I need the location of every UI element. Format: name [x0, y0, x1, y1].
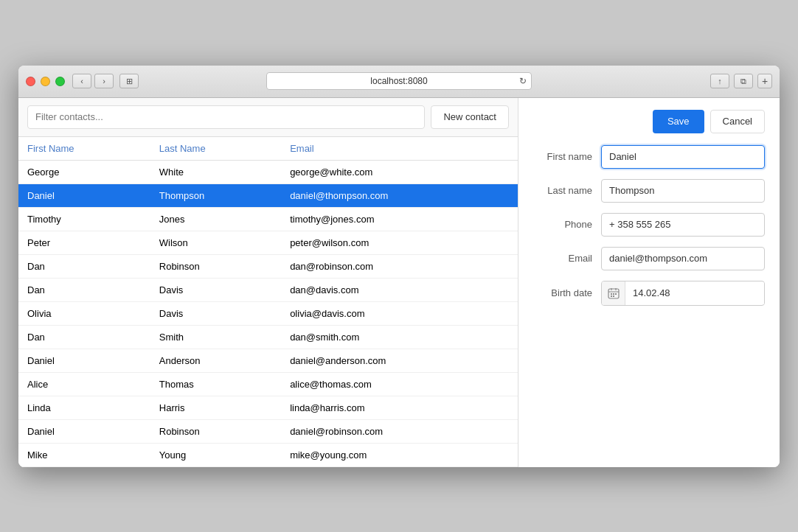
- cell-last-name: Thompson: [150, 183, 281, 207]
- cell-email: daniel@robinson.com: [281, 419, 518, 443]
- contacts-table: First Name Last Name Email George White …: [18, 137, 518, 467]
- back-button[interactable]: ‹: [72, 74, 91, 88]
- cell-first-name: Dan: [18, 254, 150, 278]
- back-icon: ‹: [80, 77, 83, 85]
- last-name-label: Last name: [533, 185, 592, 196]
- email-label: Email: [533, 253, 592, 264]
- cell-first-name: Peter: [18, 231, 150, 254]
- phone-row: Phone: [533, 213, 765, 237]
- birth-date-field: [601, 281, 765, 306]
- cell-first-name: Dan: [18, 325, 150, 349]
- cell-last-name: Thomas: [150, 372, 281, 396]
- refresh-button[interactable]: ↻: [519, 76, 527, 86]
- birth-date-row: Birth date: [533, 281, 765, 306]
- table-row[interactable]: Timothy Jones timothy@jones.com: [18, 207, 518, 231]
- cell-last-name: Anderson: [150, 349, 281, 372]
- cell-first-name: Daniel: [18, 419, 150, 443]
- url-text: localhost:8080: [370, 76, 427, 86]
- cell-last-name: Wilson: [150, 231, 281, 254]
- cancel-button[interactable]: Cancel: [710, 110, 765, 133]
- cell-first-name: Daniel: [18, 349, 150, 372]
- cell-first-name: Dan: [18, 278, 150, 301]
- cell-first-name: Timothy: [18, 207, 150, 231]
- calendar-icon[interactable]: [602, 281, 625, 305]
- minimize-button[interactable]: [41, 77, 50, 86]
- traffic-lights: [26, 77, 65, 86]
- layout-button[interactable]: ⊞: [119, 74, 139, 88]
- col-header-last-name: Last Name: [150, 137, 281, 161]
- cell-email: daniel@anderson.com: [281, 349, 518, 372]
- filter-input[interactable]: [27, 105, 425, 129]
- cell-first-name: Alice: [18, 372, 150, 396]
- cell-email: olivia@davis.com: [281, 301, 518, 325]
- cell-email: dan@smith.com: [281, 325, 518, 349]
- table-row[interactable]: Daniel Anderson daniel@anderson.com: [18, 349, 518, 372]
- email-row: Email: [533, 247, 765, 270]
- cell-last-name: Smith: [150, 325, 281, 349]
- table-row[interactable]: Daniel Robinson daniel@robinson.com: [18, 419, 518, 443]
- last-name-input[interactable]: [601, 179, 765, 203]
- phone-input[interactable]: [601, 213, 765, 237]
- table-row[interactable]: George White george@white.com: [18, 160, 518, 183]
- cell-email: alice@thomas.com: [281, 372, 518, 396]
- cell-email: dan@davis.com: [281, 278, 518, 301]
- svg-rect-7: [611, 295, 612, 297]
- table-row[interactable]: Dan Davis dan@davis.com: [18, 278, 518, 301]
- layout-icon: ⊞: [126, 77, 133, 86]
- table-row[interactable]: Dan Robinson dan@robinson.com: [18, 254, 518, 278]
- table-row[interactable]: Olivia Davis olivia@davis.com: [18, 301, 518, 325]
- cell-first-name: Linda: [18, 396, 150, 419]
- cell-email: linda@harris.com: [281, 396, 518, 419]
- cell-first-name: Daniel: [18, 183, 150, 207]
- email-input[interactable]: [601, 247, 765, 270]
- cell-first-name: George: [18, 160, 150, 183]
- action-buttons: Save Cancel: [533, 110, 765, 133]
- birth-date-input[interactable]: [625, 282, 764, 304]
- browser-window: ‹ › ⊞ localhost:8080 ↻ ↑ ⧉ +: [18, 66, 780, 467]
- cell-last-name: Robinson: [150, 419, 281, 443]
- last-name-row: Last name: [533, 179, 765, 203]
- cell-last-name: Davis: [150, 278, 281, 301]
- new-tab-icon: +: [762, 75, 768, 87]
- cell-email: dan@robinson.com: [281, 254, 518, 278]
- cell-email: timothy@jones.com: [281, 207, 518, 231]
- cell-last-name: Robinson: [150, 254, 281, 278]
- cell-last-name: White: [150, 160, 281, 183]
- col-header-first-name: First Name: [18, 137, 150, 161]
- tabs-button[interactable]: ⧉: [734, 74, 753, 88]
- cell-email: george@white.com: [281, 160, 518, 183]
- share-button[interactable]: ↑: [710, 74, 729, 88]
- contact-detail-panel: Save Cancel First name Last name Phone: [518, 98, 780, 467]
- table-row[interactable]: Alice Thomas alice@thomas.com: [18, 372, 518, 396]
- forward-button[interactable]: ›: [94, 74, 114, 88]
- new-tab-button[interactable]: +: [757, 74, 772, 88]
- cell-last-name: Davis: [150, 301, 281, 325]
- table-header: First Name Last Name Email: [18, 137, 518, 161]
- table-row[interactable]: Daniel Thompson daniel@thompson.com: [18, 183, 518, 207]
- close-button[interactable]: [26, 77, 35, 86]
- cell-first-name: Mike: [18, 443, 150, 466]
- table-row[interactable]: Dan Smith dan@smith.com: [18, 325, 518, 349]
- table-row[interactable]: Peter Wilson peter@wilson.com: [18, 231, 518, 254]
- tabs-icon: ⧉: [740, 77, 746, 86]
- first-name-row: First name: [533, 145, 765, 169]
- first-name-input[interactable]: [601, 145, 765, 169]
- birth-date-label: Birth date: [533, 287, 592, 298]
- table-body: George White george@white.com Daniel Tho…: [18, 160, 518, 466]
- new-contact-button[interactable]: New contact: [431, 105, 509, 129]
- save-button[interactable]: Save: [653, 110, 704, 133]
- svg-rect-8: [613, 295, 614, 297]
- cell-email: peter@wilson.com: [281, 231, 518, 254]
- content-area: New contact First Name Last Name Email G…: [18, 98, 780, 467]
- maximize-button[interactable]: [55, 77, 65, 86]
- svg-rect-4: [611, 293, 612, 295]
- titlebar: ‹ › ⊞ localhost:8080 ↻ ↑ ⧉ +: [18, 66, 780, 98]
- share-icon: ↑: [718, 77, 722, 85]
- svg-rect-5: [613, 293, 614, 295]
- table-row[interactable]: Mike Young mike@young.com: [18, 443, 518, 466]
- phone-label: Phone: [533, 219, 592, 230]
- table-row[interactable]: Linda Harris linda@harris.com: [18, 396, 518, 419]
- contacts-panel: New contact First Name Last Name Email G…: [18, 98, 518, 467]
- nav-buttons: ‹ ›: [72, 74, 114, 88]
- address-bar[interactable]: localhost:8080 ↻: [266, 72, 532, 90]
